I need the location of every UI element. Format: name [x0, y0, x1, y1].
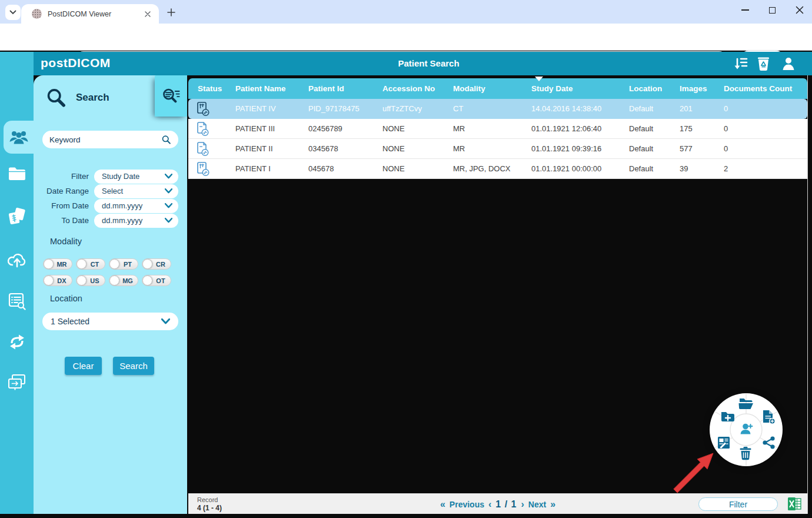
sidebar-item-images[interactable] — [0, 200, 34, 233]
cell-images: 175 — [680, 119, 693, 139]
modality-toggle-mg[interactable]: MG — [109, 275, 138, 286]
filter-select[interactable]: Study Date — [94, 170, 178, 184]
study-status-icon — [195, 141, 211, 159]
last-page-icon[interactable]: » — [550, 499, 555, 510]
toggle-knob — [76, 259, 86, 269]
keyword-search-icon[interactable] — [161, 135, 171, 145]
toggle-knob — [142, 259, 152, 269]
from-date-select[interactable]: dd.mm.yyyy — [94, 199, 178, 213]
toggle-knob — [76, 275, 86, 285]
user-icon[interactable] — [781, 56, 796, 71]
window-maximize-button[interactable] — [769, 7, 776, 14]
modality-toggle-cr[interactable]: CR — [142, 258, 171, 270]
col-accession-no[interactable]: Accession No — [382, 78, 435, 99]
col-images[interactable]: Images — [680, 78, 707, 99]
recycle-bin-icon[interactable] — [756, 56, 771, 71]
cell-images: 201 — [680, 99, 693, 119]
next-page-icon[interactable]: › — [521, 499, 524, 510]
prev-page-icon[interactable]: ‹ — [488, 499, 491, 510]
cell-accession: NONE — [382, 159, 405, 179]
next-page-button[interactable]: Next — [528, 500, 546, 509]
sort-descending-icon — [535, 77, 543, 81]
sort-list-icon[interactable] — [734, 56, 749, 71]
modality-toggle-us[interactable]: US — [76, 275, 105, 286]
chevron-down-icon — [9, 10, 16, 15]
from-date-row: From Date dd.mm.yyyy — [35, 198, 178, 213]
excel-export-icon[interactable] — [787, 497, 802, 513]
advanced-search-icon — [161, 87, 181, 105]
toggle-knob — [44, 259, 54, 269]
previous-page-button[interactable]: Previous — [450, 500, 484, 509]
cell-patient-id: PID_97178475 — [308, 99, 360, 119]
tab-close-icon[interactable] — [142, 9, 153, 19]
sidebar-item-remote-workstations[interactable] — [0, 366, 34, 399]
toggle-knob — [142, 275, 152, 285]
toggle-knob — [109, 259, 119, 269]
keyword-input[interactable] — [49, 135, 161, 144]
cell-accession: NONE — [382, 139, 405, 159]
date-range-select[interactable]: Select — [94, 184, 178, 198]
xray-images-icon — [8, 207, 26, 226]
clear-button[interactable]: Clear — [65, 357, 102, 375]
cell-documents: 0 — [724, 119, 728, 139]
from-date-label: From Date — [35, 201, 94, 210]
cell-patient-name: PATIENT IV — [235, 99, 276, 119]
to-date-row: To Date dd.mm.yyyy — [35, 213, 178, 228]
table-row[interactable]: PATIENT IV PID_97178475 uffTzZTCvy CT 14… — [188, 99, 807, 119]
search-button[interactable]: Search — [113, 357, 154, 375]
window-minimize-button[interactable] — [741, 9, 749, 11]
to-date-label: To Date — [35, 216, 94, 225]
nav-sidebar — [0, 52, 34, 514]
list-search-icon — [8, 293, 26, 310]
search-panel: Search Filter Study Date Date Range Sele… — [34, 75, 187, 514]
first-page-icon[interactable]: « — [440, 499, 445, 510]
tab-title: PostDICOM Viewer — [48, 10, 142, 18]
tab-advanced-search[interactable] — [155, 75, 187, 117]
modality-toggle-dx[interactable]: DX — [43, 275, 72, 286]
window-controls — [741, 6, 804, 14]
location-select[interactable]: 1 Selected — [42, 313, 178, 330]
col-modality[interactable]: Modality — [453, 78, 485, 99]
sidebar-item-cloud-upload[interactable] — [0, 243, 34, 276]
table-row[interactable]: PATIENT III 02456789 NONE MR 01.01.1921 … — [188, 119, 807, 139]
sidebar-item-patients[interactable] — [4, 121, 34, 154]
cell-modality: MR — [453, 139, 465, 159]
col-patient-id[interactable]: Patient Id — [308, 78, 344, 99]
browser-tab[interactable]: PostDICOM Viewer — [21, 4, 159, 24]
keyword-field-wrap — [42, 131, 178, 148]
sidebar-item-folders[interactable] — [0, 157, 34, 190]
col-location[interactable]: Location — [629, 78, 662, 99]
cell-study-date: 01.01.1921 09:39:16 — [531, 139, 601, 159]
filter-row: Filter Study Date — [35, 169, 178, 184]
tab-search[interactable]: Search — [45, 87, 109, 108]
table-row[interactable]: PATIENT I 045678 NONE MR, JPG, DOCX 01.0… — [188, 159, 807, 179]
modality-toggle-ot[interactable]: OT — [142, 275, 171, 286]
chevron-down-icon — [165, 188, 172, 194]
filter-label: Filter — [35, 172, 94, 181]
table-row[interactable]: PATIENT II 0345678 NONE MR 01.01.1921 09… — [188, 139, 807, 159]
cell-location: Default — [629, 99, 653, 119]
toggle-knob — [109, 275, 119, 285]
footer-filter-button[interactable]: Filter — [698, 497, 778, 511]
col-documents-count[interactable]: Documents Count — [724, 78, 792, 99]
screen: PostDICOM Viewer germany.postdicom.com/V… — [0, 0, 812, 518]
modality-toggle-pt[interactable]: PT — [109, 258, 138, 270]
table-header: Status Patient Name Patient Id Accession… — [188, 78, 807, 99]
window-close-button[interactable] — [796, 6, 804, 14]
sidebar-item-order-list[interactable] — [0, 285, 34, 318]
cell-images: 39 — [680, 159, 688, 179]
to-date-select[interactable]: dd.mm.yyyy — [94, 214, 178, 228]
site-favicon — [32, 9, 42, 19]
study-status-icon — [195, 101, 211, 119]
col-study-date[interactable]: Study Date — [531, 78, 573, 99]
plus-icon — [167, 8, 175, 16]
modality-toggle-ct[interactable]: CT — [76, 258, 105, 270]
new-tab-button[interactable] — [166, 7, 177, 18]
sidebar-item-sync[interactable] — [0, 326, 34, 358]
cell-patient-id: 02456789 — [308, 119, 342, 139]
tab-search-chevron-button[interactable] — [5, 5, 21, 20]
modality-toggle-mr[interactable]: MR — [43, 258, 72, 270]
col-patient-name[interactable]: Patient Name — [235, 78, 286, 99]
date-range-row: Date Range Select — [35, 184, 178, 198]
col-status[interactable]: Status — [198, 78, 222, 99]
